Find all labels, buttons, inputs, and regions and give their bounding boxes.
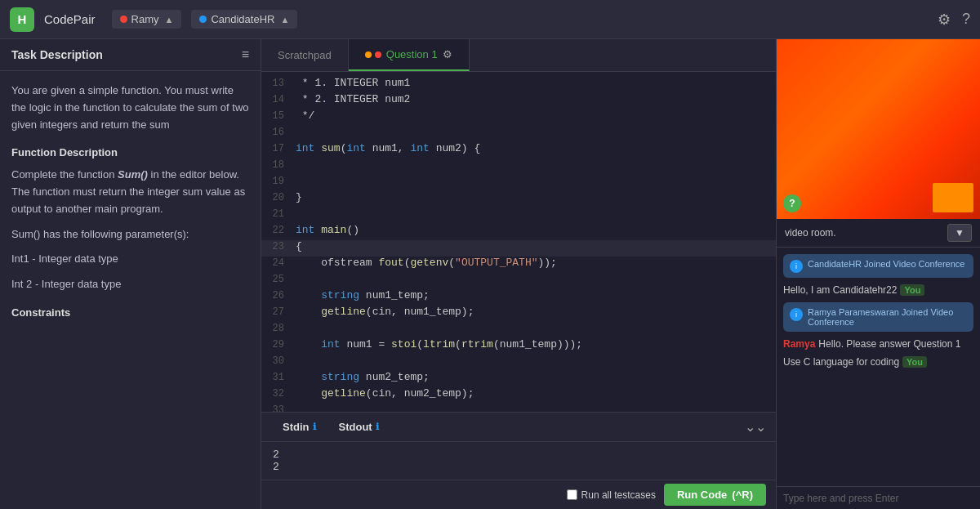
task-title: Task Description — [11, 48, 103, 61]
stdout-info-icon: ℹ — [376, 422, 379, 432]
stdin-tab[interactable]: Stdin ℹ — [271, 413, 327, 441]
io-tabs: Stdin ℹ Stdout ℹ ⌄⌄ — [261, 413, 776, 442]
system-icon: i — [790, 260, 803, 273]
topbar: H CodePair Ramy ▲ CandidateHR ▲ ⚙ ? — [0, 0, 980, 39]
task-header: Task Description ≡ — [0, 39, 261, 71]
task-menu-icon[interactable]: ≡ — [242, 47, 249, 62]
editor-panel: Scratchpad Question 1 ⚙ 13 * 1. INTEGER … — [261, 39, 776, 509]
system-icon-2: i — [790, 308, 803, 321]
chat-sender-you-1: You — [900, 284, 924, 296]
code-line-13: 13 * 1. INTEGER num1 — [261, 77, 776, 93]
tab-dots — [365, 51, 381, 58]
participant1[interactable]: Ramy ▲ — [112, 10, 182, 29]
params-heading: Sum() has the following parameter(s): — [11, 226, 249, 243]
tab-scratchpad[interactable]: Scratchpad — [261, 39, 349, 71]
video-thumbnail — [933, 183, 973, 212]
code-line-32: 32 getline(cin, num2_temp); — [261, 387, 776, 404]
chat-sender-you-2: You — [902, 356, 927, 368]
chat-sender-ramya: Ramya — [783, 338, 815, 350]
code-line-30: 30 — [261, 355, 776, 371]
participant1-status-dot — [120, 16, 127, 23]
code-line-28: 28 — [261, 322, 776, 338]
editor-tabs: Scratchpad Question 1 ⚙ — [261, 39, 776, 72]
chat-message-you-hello: Hello, I am Candidatehr22 You — [783, 284, 973, 296]
code-line-25: 25 — [261, 273, 776, 289]
code-line-20: 20 } — [261, 191, 776, 208]
system-message-ramya-joined: i Ramya Parameswaran Joined Video Confer… — [783, 302, 973, 332]
task-body: You are given a simple function. You mus… — [0, 71, 261, 509]
code-line-18: 18 — [261, 159, 776, 175]
code-line-29: 29 int num1 = stoi(ltrim(rtrim(num1_temp… — [261, 338, 776, 355]
chat-input[interactable] — [783, 493, 973, 504]
chat-area: video room. ▼ i CandidateHR Joined Video… — [777, 219, 980, 509]
code-line-16: 16 — [261, 126, 776, 142]
code-line-26: 26 string num1_temp; — [261, 289, 776, 306]
participant2-status-dot — [199, 16, 207, 23]
run-all-checkbox[interactable] — [567, 489, 577, 500]
param2: Int 2 - Integer data type — [11, 276, 249, 293]
app-title: CodePair — [44, 12, 96, 26]
code-line-31: 31 string num2_temp; — [261, 371, 776, 387]
help-icon[interactable]: ? — [962, 11, 970, 28]
run-all-testcases-label[interactable]: Run all testcases — [567, 489, 656, 501]
participant2[interactable]: CandidateHR ▲ — [191, 10, 297, 29]
chat-header-text: video room. — [785, 227, 947, 239]
io-actions: Run all testcases Run Code (^R) — [261, 480, 776, 509]
main-layout: Task Description ≡ You are given a simpl… — [0, 39, 980, 509]
io-content: 2 2 — [261, 442, 776, 480]
expand-icon[interactable]: ⌄⌄ — [745, 419, 766, 435]
chat-messages: i CandidateHR Joined Video Conference He… — [777, 248, 980, 486]
code-line-24: 24 ofstream fout(getenv("OUTPUT_PATH")); — [261, 257, 776, 273]
participant1-name: Ramy — [131, 13, 159, 25]
param1: Int1 - Integer data type — [11, 251, 249, 268]
function-desc-heading: Function Description — [11, 145, 249, 162]
code-line-15: 15 */ — [261, 109, 776, 126]
right-panel: ? video room. ▼ i CandidateHR Joined Vid… — [776, 39, 980, 509]
topbar-actions: ⚙ ? — [938, 11, 970, 29]
stdout-tab[interactable]: Stdout ℹ — [327, 413, 390, 441]
constraints-heading: Constraints — [11, 305, 249, 322]
code-line-33: 33 — [261, 404, 776, 412]
tab-dot-red — [375, 51, 381, 58]
video-area: ? — [777, 39, 980, 219]
tab-dot-orange — [365, 51, 372, 58]
system-message-candidate-joined: i CandidateHR Joined Video Conference — [783, 254, 973, 278]
code-line-23: 23 { — [261, 240, 776, 257]
function-description: Complete the function Sum() in the edito… — [11, 167, 249, 217]
video-help-button[interactable]: ? — [783, 194, 801, 212]
code-line-22: 22 int main() — [261, 224, 776, 240]
chat-message-ramya: Ramya Hello. Please answer Question 1 — [783, 338, 973, 350]
settings-icon[interactable]: ⚙ — [938, 11, 951, 29]
run-code-button[interactable]: Run Code (^R) — [664, 484, 766, 506]
code-editor[interactable]: 13 * 1. INTEGER num1 14 * 2. INTEGER num… — [261, 72, 776, 412]
participant2-signal: ▲ — [280, 15, 289, 25]
task-panel: Task Description ≡ You are given a simpl… — [0, 39, 261, 509]
code-line-14: 14 * 2. INTEGER num2 — [261, 93, 776, 109]
stdin-info-icon: ℹ — [313, 422, 316, 432]
question-settings-icon[interactable]: ⚙ — [443, 48, 452, 60]
io-panel: Stdin ℹ Stdout ℹ ⌄⌄ 2 2 Run all testcase… — [261, 412, 776, 509]
code-line-19: 19 — [261, 175, 776, 191]
participant1-signal: ▲ — [165, 15, 174, 25]
chat-header: video room. ▼ — [777, 219, 980, 248]
chat-dropdown-button[interactable]: ▼ — [947, 224, 972, 242]
chat-message-you-c: Use C language for coding You — [783, 356, 973, 368]
app-logo: H — [10, 7, 34, 32]
code-line-27: 27 getline(cin, num1_temp); — [261, 306, 776, 322]
task-description: You are given a simple function. You mus… — [11, 83, 249, 133]
code-line-17: 17 int sum(int num1, int num2) { — [261, 142, 776, 159]
tab-question1[interactable]: Question 1 ⚙ — [349, 39, 470, 71]
participant2-name: CandidateHR — [211, 13, 274, 25]
code-line-21: 21 — [261, 208, 776, 224]
chat-input-row[interactable] — [777, 486, 980, 509]
